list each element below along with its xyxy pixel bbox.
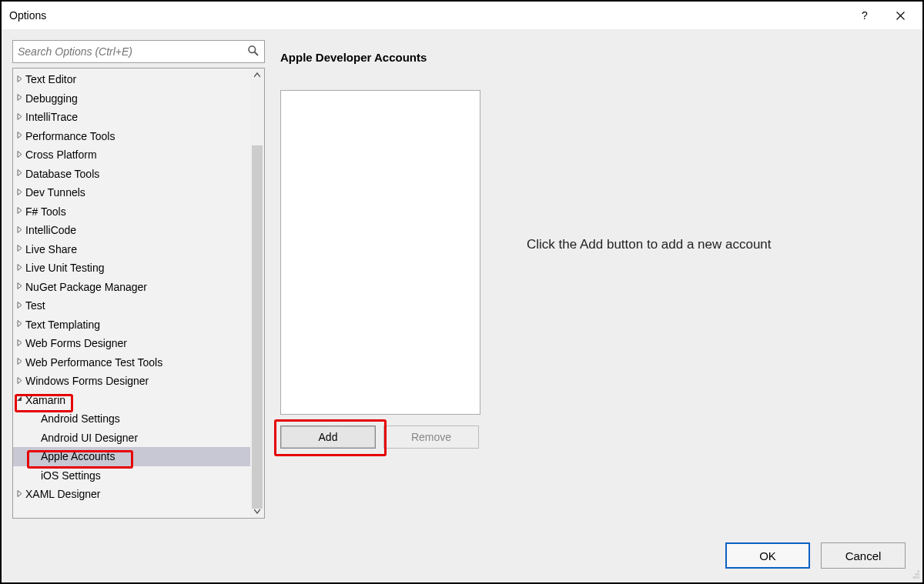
tree-item-debugging[interactable]: Debugging (13, 89, 264, 108)
tree-item-web-forms-designer[interactable]: Web Forms Designer (13, 334, 264, 353)
scroll-thumb[interactable] (252, 145, 263, 509)
tree-item-label: F# Tools (25, 205, 66, 218)
hint-text: Click the Add button to add a new accoun… (527, 237, 772, 252)
chevron-right-icon (15, 226, 24, 235)
tree-item-intellitrace[interactable]: IntelliTrace (13, 108, 264, 127)
titlebar: Options ? (2, 2, 922, 29)
chevron-right-icon (15, 113, 24, 122)
tree-item-label: Xamarin (25, 394, 65, 406)
tree-item-f-tools[interactable]: F# Tools (13, 202, 264, 222)
chevron-right-icon (15, 339, 24, 348)
remove-button: Remove (383, 425, 479, 449)
tree-item-live-share[interactable]: Live Share (13, 240, 264, 259)
tree-item-label: Web Forms Designer (25, 337, 127, 349)
close-icon (896, 12, 905, 20)
ok-button[interactable]: OK (725, 542, 810, 569)
scrollbar[interactable] (250, 68, 264, 518)
tree-item-label: NuGet Package Manager (25, 281, 147, 293)
svg-line-1 (255, 52, 259, 55)
tree-item-label: Database Tools (25, 168, 99, 180)
search-icon (247, 45, 259, 59)
close-button[interactable] (882, 4, 918, 27)
tree-item-test[interactable]: Test (13, 296, 264, 315)
tree-item-label: Test (25, 299, 45, 312)
add-button[interactable]: Add (280, 425, 376, 449)
tree-item-text-templating[interactable]: Text Templating (13, 315, 264, 335)
tree-item-android-settings[interactable]: Android Settings (13, 409, 264, 429)
tree-item-label: Android UI Designer (41, 432, 138, 444)
tree-item-apple-accounts[interactable]: Apple Accounts (13, 447, 264, 466)
tree-item-ios-settings[interactable]: iOS Settings (13, 466, 264, 486)
tree-item-label: IntelliCode (25, 224, 76, 236)
tree-item-web-performance-test-tools[interactable]: Web Performance Test Tools (13, 353, 264, 372)
tree-item-label: Android Settings (41, 412, 120, 425)
search-input[interactable] (18, 45, 247, 58)
search-box[interactable] (12, 40, 265, 63)
chevron-right-icon (15, 245, 24, 253)
chevron-right-icon (15, 75, 24, 84)
tree-item-label: Apple Accounts (41, 450, 116, 462)
tree-item-xamarin[interactable]: Xamarin (13, 391, 264, 410)
tree-item-label: Live Share (25, 243, 77, 255)
tree-item-cross-platform[interactable]: Cross Platform (13, 145, 264, 165)
chevron-right-icon (15, 151, 24, 159)
chevron-right-icon (15, 189, 24, 197)
chevron-right-icon (15, 282, 24, 291)
tree-item-xaml-designer[interactable]: XAML Designer (13, 485, 264, 504)
svg-point-0 (249, 46, 256, 53)
help-button[interactable]: ? (847, 4, 882, 27)
cancel-button[interactable]: Cancel (821, 542, 906, 569)
chevron-right-icon (15, 358, 24, 366)
tree-item-label: Text Editor (25, 73, 76, 85)
tree-item-label: Debugging (25, 92, 78, 105)
panel-header: Apple Developer Accounts (280, 51, 912, 64)
tree-item-label: Live Unit Testing (25, 262, 104, 274)
tree-item-live-unit-testing[interactable]: Live Unit Testing (13, 259, 264, 278)
chevron-right-icon (15, 132, 24, 140)
chevron-right-icon (15, 94, 24, 102)
chevron-right-icon (15, 207, 24, 215)
chevron-right-icon (15, 320, 24, 329)
tree-item-intellicode[interactable]: IntelliCode (13, 221, 264, 240)
tree-item-label: Web Performance Test Tools (25, 356, 162, 369)
chevron-right-icon (15, 377, 24, 385)
window-title: Options (9, 9, 46, 22)
tree-item-label: IntelliTrace (25, 111, 78, 123)
tree-item-label: iOS Settings (41, 469, 101, 482)
tree-item-database-tools[interactable]: Database Tools (13, 165, 264, 184)
tree-item-dev-tunnels[interactable]: Dev Tunnels (13, 183, 264, 202)
tree-item-windows-forms-designer[interactable]: Windows Forms Designer (13, 372, 264, 391)
tree-item-label: XAML Designer (25, 488, 101, 500)
chevron-right-icon (15, 490, 24, 499)
tree-item-text-editor[interactable]: Text Editor (13, 70, 264, 89)
chevron-right-icon (15, 169, 24, 178)
accounts-list[interactable] (280, 90, 480, 415)
chevron-right-icon (15, 264, 24, 272)
tree-item-label: Dev Tunnels (25, 186, 85, 199)
tree-item-performance-tools[interactable]: Performance Tools (13, 127, 264, 146)
tree-item-label: Windows Forms Designer (25, 375, 149, 387)
scroll-down-button[interactable] (250, 504, 264, 518)
resize-grip[interactable]: ▫▫▫▫▫▫ (910, 570, 919, 579)
chevron-down-icon (15, 395, 24, 404)
tree-item-android-ui-designer[interactable]: Android UI Designer (13, 429, 264, 448)
settings-panel: Apple Developer Accounts Click the Add b… (280, 40, 912, 525)
tree-item-label: Performance Tools (25, 130, 115, 142)
tree-item-label: Text Templating (25, 319, 100, 331)
chevron-right-icon (15, 302, 24, 310)
scroll-up-button[interactable] (250, 68, 264, 82)
tree-item-label: Cross Platform (25, 149, 97, 161)
tree-item-nuget-package-manager[interactable]: NuGet Package Manager (13, 278, 264, 297)
options-tree: Text EditorDebuggingIntelliTracePerforma… (12, 68, 265, 519)
